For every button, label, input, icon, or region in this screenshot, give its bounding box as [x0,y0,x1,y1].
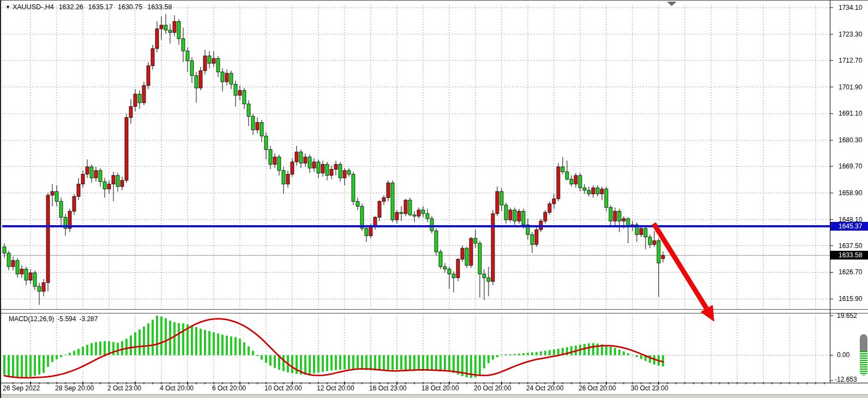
price-axis-label: 1680.30 [830,136,868,144]
trading-terminal-window: ▼XAUUSD-,H41632.261635.171630.751633.58 … [0,0,868,398]
price-axis-label: 1734.10 [830,4,868,12]
window-bottom-edge [1,394,868,398]
ohlc-low: 1630.75 [118,3,142,11]
date-axis-label: 12 Oct 20:00 [317,384,354,392]
trend-arrow [654,224,714,322]
price-axis-label: 1658.90 [830,189,868,197]
scrollbar-thumb-stripes [860,351,867,376]
hline-price-tag: 1645.37 [830,222,868,231]
ohlc-open: 1632.26 [59,3,83,11]
scrollbar-thumb-grip [860,334,867,351]
macd-signal-line [4,319,663,378]
date-axis-label: 20 Oct 20:00 [474,384,511,392]
last-price-tag: 1633.58 [830,251,868,260]
ohlc-close: 1633.58 [147,3,172,11]
price-axis-label: 1615.90 [830,295,868,303]
date-axis-label: 28 Sep 20:00 [55,384,94,392]
price-axis-label: 1701.90 [830,83,868,92]
price-axis-label: 1637.50 [830,242,868,250]
date-axis-label: 2 Oct 23:00 [107,384,141,392]
date-axis-label: 24 Oct 20:00 [526,384,564,392]
date-axis-label: 18 Oct 20:00 [421,384,459,392]
price-axis-label: 1723.30 [830,31,868,39]
macd-scale-min: -12.653 [830,376,868,383]
ohlc-high: 1635.17 [88,3,113,11]
candles-layer [3,14,665,305]
macd-signal-value: -3.287 [79,315,98,323]
chart-header: ▼XAUUSD-,H41632.261635.171630.751633.58 [5,3,172,11]
chart-shift-marker [667,2,677,6]
macd-indicator-label: MACD(12,26,9)-5.594-3.287 [5,315,98,323]
date-axis-label: 16 Oct 23:00 [369,384,407,392]
date-axis-label: 4 Oct 20:00 [160,384,194,392]
date-axis-label: 6 Oct 20:00 [212,384,246,392]
symbol-dropdown-icon[interactable]: ▼ [5,4,10,10]
price-axis-label: 1691.10 [830,110,868,118]
macd-histogram [3,316,664,378]
chart-plot-area[interactable] [1,1,868,398]
macd-name: MACD(12,26,9) [9,315,54,323]
date-axis-label: 30 Oct 23:00 [631,384,668,392]
pane-separator [1,309,868,313]
date-axis-label: 26 Oct 20:00 [578,384,616,392]
macd-main-value: -5.594 [57,315,76,323]
price-axis-label: 1712.70 [830,57,868,65]
date-axis-label: 26 Sep 2022 [3,384,40,392]
price-axis-label: 1626.70 [830,268,868,276]
price-axis-label: 1669.70 [830,162,868,171]
macd-scale-max: 19.652 [830,312,868,319]
symbol-timeframe-label: XAUUSD-,H4 [13,3,54,11]
grid-layer [2,5,830,382]
date-axis-label: 10 Oct 20:00 [264,384,302,392]
scrollbar-thumb[interactable] [860,334,867,376]
